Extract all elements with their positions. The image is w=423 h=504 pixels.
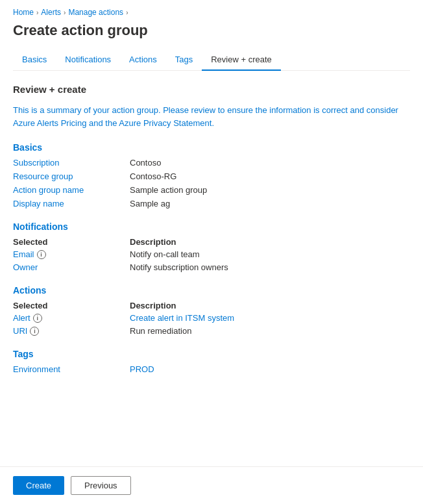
- tags-label: Tags: [13, 349, 410, 359]
- actions-alert-selected: Alert i: [13, 313, 130, 323]
- breadcrumb-manage-actions[interactable]: Manage actions: [68, 8, 123, 17]
- notifications-owner-selected: Owner: [13, 262, 130, 272]
- breadcrumb-home[interactable]: Home: [13, 8, 34, 17]
- notifications-header-row: Selected Description: [13, 237, 410, 247]
- azure-privacy-link[interactable]: Azure Privacy Statement: [119, 118, 212, 128]
- actions-col-description-header: Description: [130, 301, 176, 310]
- azure-alerts-pricing-link[interactable]: Azure Alerts Pricing: [13, 118, 86, 128]
- breadcrumb-chevron-2: ›: [64, 9, 66, 16]
- tags-section: Tags Environment PROD: [13, 349, 410, 374]
- page-title: Create action group: [13, 22, 410, 39]
- actions-section: Actions Selected Description Alert i Cre…: [13, 285, 410, 336]
- info-part3: .: [212, 118, 214, 128]
- uri-info-icon[interactable]: i: [30, 327, 39, 336]
- tab-bar: Basics Notifications Actions Tags Review…: [13, 49, 410, 71]
- review-create-heading: Review + create: [13, 84, 410, 95]
- actions-col-selected-header: Selected: [13, 301, 130, 310]
- notifications-email-description: Notify on-call team: [130, 249, 200, 259]
- email-info-icon[interactable]: i: [37, 250, 46, 259]
- info-part2: and the: [86, 118, 119, 128]
- basics-subscription-key: Subscription: [13, 158, 130, 168]
- notifications-col-description-header: Description: [130, 237, 176, 247]
- basics-display-name-key: Display name: [13, 199, 130, 208]
- basics-resource-group-row: Resource group Contoso-RG: [13, 171, 410, 181]
- tab-notifications[interactable]: Notifications: [56, 49, 120, 71]
- tags-environment-value: PROD: [130, 364, 154, 374]
- footer: Create Previous: [0, 466, 423, 504]
- review-info-text: This is a summary of your action group. …: [13, 104, 410, 129]
- actions-label: Actions: [13, 285, 410, 296]
- notifications-email-selected: Email i: [13, 249, 130, 259]
- actions-uri-description: Run remediation: [130, 326, 191, 336]
- basics-subscription-value: Contoso: [130, 158, 161, 168]
- notifications-col-selected-header: Selected: [13, 237, 130, 247]
- basics-display-name-value: Sample ag: [130, 199, 170, 208]
- tab-actions[interactable]: Actions: [120, 49, 166, 71]
- notifications-owner-description: Notify subscription owners: [130, 262, 228, 272]
- basics-label: Basics: [13, 142, 410, 153]
- create-button[interactable]: Create: [13, 476, 64, 495]
- basics-display-name-row: Display name Sample ag: [13, 199, 410, 208]
- notifications-row-email: Email i Notify on-call team: [13, 249, 410, 259]
- breadcrumb-chevron-1: ›: [36, 9, 38, 16]
- actions-header-row: Selected Description: [13, 301, 410, 310]
- previous-button[interactable]: Previous: [71, 476, 131, 495]
- basics-action-group-name-key: Action group name: [13, 185, 130, 195]
- actions-uri-selected: URI i: [13, 326, 130, 336]
- info-part1: This is a summary of your action group. …: [13, 105, 398, 115]
- breadcrumb: Home › Alerts › Manage actions ›: [13, 8, 410, 17]
- tags-environment-row: Environment PROD: [13, 364, 410, 374]
- alert-info-icon[interactable]: i: [33, 314, 42, 323]
- actions-row-alert: Alert i Create alert in ITSM system: [13, 313, 410, 323]
- basics-resource-group-value: Contoso-RG: [130, 171, 176, 181]
- breadcrumb-chevron-3: ›: [126, 9, 128, 16]
- basics-subscription-row: Subscription Contoso: [13, 158, 410, 168]
- actions-row-uri: URI i Run remediation: [13, 326, 410, 336]
- notifications-section: Notifications Selected Description Email…: [13, 221, 410, 272]
- basics-action-group-name-row: Action group name Sample action group: [13, 185, 410, 195]
- basics-resource-group-key: Resource group: [13, 171, 130, 181]
- tab-review-create[interactable]: Review + create: [202, 49, 281, 71]
- actions-alert-description: Create alert in ITSM system: [130, 313, 234, 323]
- tags-environment-key: Environment: [13, 364, 130, 374]
- tab-tags[interactable]: Tags: [166, 49, 202, 71]
- notifications-label: Notifications: [13, 221, 410, 232]
- basics-section: Basics Subscription Contoso Resource gro…: [13, 142, 410, 208]
- basics-action-group-name-value: Sample action group: [130, 185, 207, 195]
- breadcrumb-alerts[interactable]: Alerts: [41, 8, 61, 17]
- notifications-row-owner: Owner Notify subscription owners: [13, 262, 410, 272]
- tab-basics[interactable]: Basics: [13, 49, 56, 71]
